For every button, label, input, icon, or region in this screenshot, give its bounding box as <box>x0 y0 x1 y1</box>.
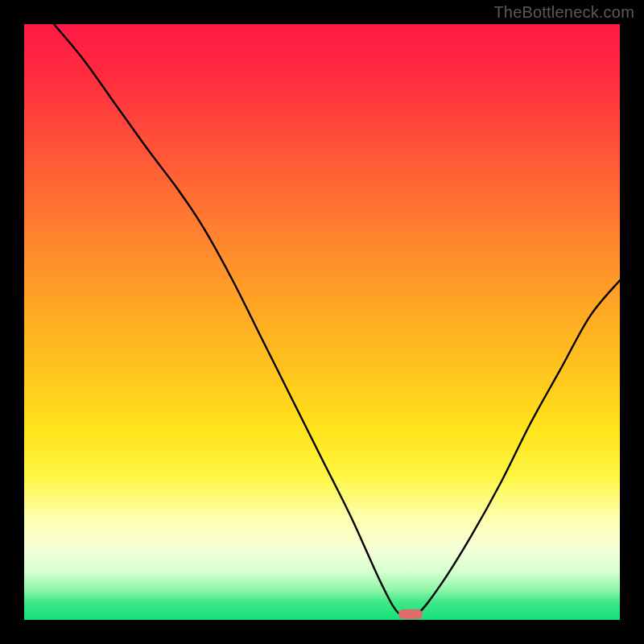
chart-frame: TheBottleneck.com <box>0 0 644 644</box>
curve-path <box>54 24 620 617</box>
mismatch-curve <box>24 24 620 620</box>
watermark-text: TheBottleneck.com <box>493 3 634 22</box>
optimal-marker <box>398 609 423 619</box>
plot-area <box>24 24 620 620</box>
